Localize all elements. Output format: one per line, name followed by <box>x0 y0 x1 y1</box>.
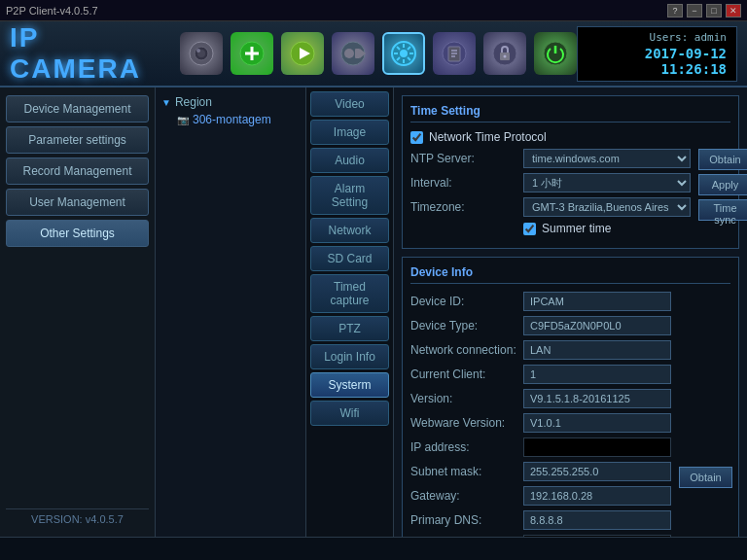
tab-sd-card[interactable]: SD Card <box>310 246 389 271</box>
tree-cam-icon: 📷 <box>177 115 189 125</box>
ip-address-row: IP address: <box>410 438 671 457</box>
device-id-row: Device ID: <box>410 292 671 311</box>
mac-address-row: Mac address: <box>410 535 671 537</box>
network-connection-label: Network connection: <box>410 343 517 357</box>
title-bar: P2P Client-v4.0.5.7 ? − □ ✕ <box>0 0 747 21</box>
record-icon[interactable] <box>332 32 374 75</box>
primary-dns-label: Primary DNS: <box>410 513 517 527</box>
tab-audio[interactable]: Audio <box>310 148 389 173</box>
user-label: Users: admin <box>587 31 727 44</box>
version-input[interactable] <box>523 389 671 408</box>
primary-dns-input[interactable] <box>523 510 671 530</box>
window-controls: ? − □ ✕ <box>667 4 741 18</box>
play-icon[interactable] <box>281 32 324 75</box>
ntp-server-label: NTP Server: <box>410 152 517 165</box>
version-row: Version: <box>410 389 671 408</box>
version-label-field: Version: <box>410 392 517 405</box>
sidebar-item-user-management[interactable]: User Management <box>6 189 149 216</box>
tab-image[interactable]: Image <box>310 120 389 145</box>
device-id-input[interactable] <box>523 292 671 311</box>
tab-panel: Video Image Audio Alarm Setting Network … <box>306 88 394 537</box>
timezone-select[interactable]: GMT-3 Brazilia,Buenos Aires <box>523 197 691 217</box>
sidebar-item-other-settings[interactable]: Other Settings <box>6 220 149 247</box>
time-setting-title: Time Setting <box>410 104 730 122</box>
minimize-button[interactable]: − <box>687 4 702 18</box>
ntp-server-select[interactable]: time.windows.com <box>523 149 691 168</box>
svg-point-14 <box>400 50 408 57</box>
webware-version-row: Webware Version: <box>410 413 671 433</box>
title-text: P2P Client-v4.0.5.7 <box>6 5 98 17</box>
device-type-input[interactable] <box>523 316 671 335</box>
webware-version-label: Webware Version: <box>410 416 517 430</box>
tree-device-label: 306-montagem <box>193 113 271 126</box>
gateway-input[interactable] <box>523 486 671 506</box>
tab-timed-capture[interactable]: Timed capture <box>310 274 389 313</box>
svg-rect-11 <box>355 49 360 58</box>
main-area: Device Management Parameter settings Rec… <box>0 88 747 537</box>
network-connection-row: Network connection: <box>410 340 671 360</box>
sidebar-item-record-management[interactable]: Record Management <box>6 158 149 185</box>
tab-alarm-setting[interactable]: Alarm Setting <box>310 176 389 215</box>
tab-network[interactable]: Network <box>310 218 389 243</box>
obtain-device-button[interactable]: Obtain <box>679 467 732 488</box>
device-id-label: Device ID: <box>410 295 517 308</box>
add-icon[interactable] <box>231 32 273 75</box>
header-datetime: Users: admin 2017-09-12 11:26:18 <box>577 26 737 82</box>
device-tree: ▼ Region 📷 306-montagem <box>156 88 306 537</box>
settings-icon[interactable] <box>382 32 425 75</box>
gateway-row: Gateway: <box>410 486 671 506</box>
tab-wifi[interactable]: Wifi <box>310 401 389 426</box>
header: IP CAMERA <box>0 21 747 88</box>
apply-button[interactable]: Apply <box>698 174 747 195</box>
mac-address-input[interactable] <box>523 535 671 537</box>
close-button[interactable]: ✕ <box>726 4 741 18</box>
bottom-bar <box>0 537 747 560</box>
tab-ptz[interactable]: PTZ <box>310 316 389 341</box>
tab-video[interactable]: Video <box>310 91 389 117</box>
tab-systerm[interactable]: Systerm <box>310 372 389 398</box>
header-icons <box>180 32 577 75</box>
current-client-label: Current Client: <box>410 368 517 381</box>
device-type-row: Device Type: <box>410 316 671 335</box>
tree-device[interactable]: 📷 306-montagem <box>161 111 300 126</box>
network-connection-input[interactable] <box>523 340 671 360</box>
obtain-time-button[interactable]: Obtain <box>698 149 747 170</box>
tree-region[interactable]: ▼ Region <box>161 93 300 111</box>
device-info-title: Device Info <box>410 265 730 284</box>
ntp-checkbox-row: Network Time Protocol <box>410 130 730 144</box>
device-type-label: Device Type: <box>410 319 517 332</box>
maximize-button[interactable]: □ <box>706 4 722 18</box>
ntp-checkbox-label: Network Time Protocol <box>429 130 547 144</box>
power-icon[interactable] <box>534 32 577 75</box>
primary-dns-row: Primary DNS: <box>410 510 671 530</box>
current-client-row: Current Client: <box>410 365 671 384</box>
svg-point-30 <box>504 55 507 58</box>
webware-version-input[interactable] <box>523 413 671 433</box>
lock-icon[interactable] <box>483 32 526 75</box>
summer-time-checkbox[interactable] <box>523 223 536 235</box>
interval-row: Interval: 1 小时 <box>410 173 691 192</box>
tab-login-info[interactable]: Login Info <box>310 344 389 369</box>
tree-region-label: Region <box>175 95 212 109</box>
sidebar: Device Management Parameter settings Rec… <box>0 88 156 537</box>
datetime-label: 2017-09-12 11:26:18 <box>587 46 727 77</box>
sidebar-item-device-management[interactable]: Device Management <box>6 95 149 122</box>
sidebar-item-parameter-settings[interactable]: Parameter settings <box>6 126 149 154</box>
subnet-mask-input[interactable] <box>523 462 671 481</box>
help-button[interactable]: ? <box>667 4 683 18</box>
camera-icon[interactable] <box>180 32 223 75</box>
subnet-mask-row: Subnet mask: <box>410 462 671 481</box>
ntp-checkbox[interactable] <box>410 131 423 144</box>
device-info-section: Device Info Device ID: Device Type: Netw… <box>402 257 739 537</box>
version-label: VERSION: v4.0.5.7 <box>6 508 149 529</box>
timesync-button[interactable]: Time sync <box>698 199 747 221</box>
content-area: Time Setting Network Time Protocol NTP S… <box>394 88 747 537</box>
subnet-mask-label: Subnet mask: <box>410 465 517 478</box>
ntp-server-row: NTP Server: time.windows.com <box>410 149 691 168</box>
current-client-input[interactable] <box>523 365 671 384</box>
summer-time-row: Summer time <box>410 222 691 235</box>
ip-address-input[interactable] <box>523 438 671 457</box>
app-title: IP CAMERA <box>10 22 160 85</box>
interval-select[interactable]: 1 小时 <box>523 173 691 192</box>
files-icon[interactable] <box>433 32 476 75</box>
